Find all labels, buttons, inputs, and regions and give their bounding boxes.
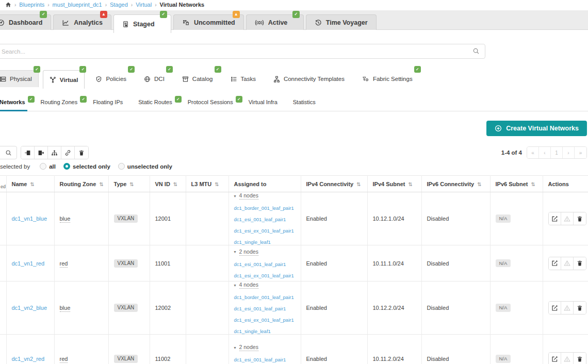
sort-icon[interactable]: ⇅ bbox=[215, 181, 219, 187]
vn-link[interactable]: dc1_vn2_red bbox=[12, 356, 45, 362]
node-link[interactable]: dc1_single_leaf1 bbox=[234, 239, 296, 245]
last-page-button[interactable]: » bbox=[575, 147, 586, 158]
tab-protocol-sessions[interactable]: Protocol Sessions ✓ bbox=[188, 96, 235, 111]
breadcrumb-link-staged[interactable]: Staged bbox=[110, 2, 128, 8]
breadcrumb-link-blueprint[interactable]: must_blueprint_dc1 bbox=[53, 2, 102, 8]
edit-button[interactable] bbox=[549, 353, 561, 364]
caret-down-icon: ▾ bbox=[234, 345, 236, 350]
sort-icon[interactable]: ⇅ bbox=[173, 181, 177, 187]
delete-button[interactable] bbox=[574, 212, 586, 225]
sort-icon[interactable]: ⇅ bbox=[356, 181, 361, 187]
node-link[interactable]: dc1_esi_001_leaf_pair1 bbox=[234, 306, 296, 311]
create-virtual-networks-button[interactable]: Create Virtual Networks bbox=[486, 121, 587, 136]
sort-icon[interactable]: ⇅ bbox=[129, 181, 134, 187]
node-link[interactable]: dc1_border_001_leaf_pair1 bbox=[234, 205, 296, 211]
radio-circle[interactable] bbox=[40, 163, 46, 170]
sort-icon[interactable]: ⇅ bbox=[99, 181, 103, 187]
delete-button[interactable] bbox=[75, 146, 88, 159]
radio-unselected-only[interactable]: unselected only bbox=[118, 163, 172, 170]
radio-circle-checked[interactable] bbox=[63, 163, 70, 170]
edit-button[interactable] bbox=[549, 302, 561, 314]
import-button[interactable] bbox=[21, 146, 35, 159]
tab-virtual[interactable]: Virtual ✓ bbox=[43, 70, 85, 89]
tab-connectivity-templates[interactable]: Connectivity Templates bbox=[267, 70, 351, 87]
column-header-ipv4-subnet[interactable]: IPv4 Subnet⇅ bbox=[367, 176, 421, 192]
url-button[interactable] bbox=[61, 146, 75, 159]
node-link[interactable]: dc1_esi_001_leaf_pair1 bbox=[234, 261, 296, 267]
column-header-type[interactable]: Type⇅ bbox=[108, 176, 150, 192]
radio-selected-only[interactable]: selected only bbox=[63, 163, 110, 170]
ipv4-connectivity-cell: Enabled bbox=[301, 282, 367, 335]
node-link[interactable]: dc1_esi_001_leaf_pair1 bbox=[234, 217, 296, 222]
tab-tasks[interactable]: Tasks bbox=[224, 70, 263, 87]
first-page-button[interactable]: « bbox=[527, 147, 539, 158]
prev-page-button[interactable]: ‹ bbox=[539, 147, 551, 158]
alert-button[interactable] bbox=[561, 257, 574, 270]
edit-button[interactable] bbox=[549, 257, 561, 270]
column-header-l3-mtu[interactable]: L3 MTU⇅ bbox=[186, 176, 228, 192]
tab-dci[interactable]: DCI ✓ bbox=[137, 70, 171, 87]
tab-routing-zones[interactable]: Routing Zones ✓ bbox=[41, 96, 80, 111]
tab-active[interactable]: Active ✓ bbox=[246, 14, 304, 30]
tab-time-voyager[interactable]: Time Voyager bbox=[306, 14, 377, 30]
alert-button[interactable] bbox=[561, 302, 574, 314]
vn-link[interactable]: dc1_vn1_red bbox=[12, 260, 45, 267]
tab-analytics[interactable]: Analytics ▲ bbox=[53, 14, 111, 30]
tab-virtual-networks[interactable]: Virtual Networks ✓ bbox=[0, 96, 27, 111]
column-header-routing-zone[interactable]: Routing Zone⇅ bbox=[54, 176, 108, 192]
radio-circle[interactable] bbox=[118, 163, 125, 170]
tab-static-routes[interactable]: Static Routes ✓ bbox=[138, 96, 174, 111]
tab-dashboard[interactable]: Dashboard ✓ bbox=[0, 14, 51, 30]
tab-physical[interactable]: Physical ✓ bbox=[0, 70, 39, 87]
node-link[interactable]: dc1_border_001_leaf_pair1 bbox=[234, 294, 296, 300]
sort-icon[interactable]: ⇅ bbox=[30, 181, 34, 187]
sort-icon[interactable]: ⇅ bbox=[477, 181, 481, 187]
alert-button[interactable] bbox=[561, 212, 574, 225]
sort-icon[interactable]: ⇅ bbox=[531, 181, 535, 187]
search-input[interactable] bbox=[0, 44, 485, 59]
ipv4-connectivity-cell: Enabled bbox=[301, 245, 367, 282]
alert-button[interactable] bbox=[561, 353, 574, 364]
sort-icon[interactable]: ⇅ bbox=[408, 181, 412, 187]
nodes-expander[interactable]: ▾ 4 nodes bbox=[234, 192, 296, 200]
export-button[interactable] bbox=[35, 146, 48, 159]
tab-staged[interactable]: Staged ✓ bbox=[113, 14, 171, 33]
vn-link[interactable]: dc1_vn2_blue bbox=[12, 305, 47, 311]
node-link[interactable]: dc1_esi_ex_001_leaf_pair1 bbox=[234, 317, 296, 323]
delete-button[interactable] bbox=[574, 353, 586, 364]
column-header-ipv6-subnet[interactable]: IPv6 Subnet⇅ bbox=[490, 176, 543, 192]
tab-policies[interactable]: Policies ✓ bbox=[89, 70, 133, 87]
tab-floating-ips[interactable]: Floating IPs bbox=[93, 96, 125, 111]
tab-statistics[interactable]: Statistics bbox=[293, 96, 318, 111]
node-link[interactable]: dc1_esi_ex_001_leaf_pair1 bbox=[234, 228, 296, 234]
table-search-button[interactable] bbox=[0, 146, 17, 159]
column-header-ipv4-connectivity[interactable]: IPv4 Connectivity⇅ bbox=[301, 176, 367, 192]
delete-button[interactable] bbox=[574, 302, 586, 314]
tab-fabric-settings[interactable]: Fabric Settings ✓ bbox=[355, 70, 419, 87]
radio-all[interactable]: all bbox=[40, 163, 56, 170]
nodes-expander[interactable]: ▾ 2 nodes bbox=[234, 249, 296, 256]
home-icon[interactable] bbox=[5, 2, 11, 8]
edit-button[interactable] bbox=[549, 212, 561, 225]
tab-catalog[interactable]: Catalog ✓ bbox=[175, 70, 220, 87]
assigned-to-cell: ▾ 2 nodes dc1_esi_001_leaf_pair1 dc1_esi… bbox=[228, 245, 301, 282]
breadcrumb-link-blueprints[interactable]: Blueprints bbox=[19, 2, 44, 8]
tab-virtual-infra[interactable]: Virtual Infra bbox=[249, 96, 280, 111]
node-link[interactable]: dc1_esi_ex_001_leaf_pair1 bbox=[234, 273, 296, 278]
nodes-expander[interactable]: ▾ 2 nodes bbox=[234, 344, 296, 351]
node-link[interactable]: dc1_single_leaf1 bbox=[234, 328, 296, 334]
vn-link[interactable]: dc1_vn1_blue bbox=[12, 216, 47, 222]
tab-uncommitted[interactable]: Uncommitted ▲ bbox=[173, 14, 244, 30]
delete-button[interactable] bbox=[574, 257, 586, 270]
assign-button[interactable] bbox=[48, 146, 61, 159]
nodes-expander[interactable]: ▾ 4 nodes bbox=[234, 282, 296, 289]
page-number-button[interactable]: 1 bbox=[551, 147, 563, 158]
breadcrumb-link-virtual[interactable]: Virtual bbox=[136, 2, 152, 8]
ipv6-subnet-cell: N/A bbox=[490, 335, 543, 364]
column-header-ipv6-connectivity[interactable]: IPv6 Connectivity⇅ bbox=[421, 176, 490, 192]
next-page-button[interactable]: › bbox=[563, 147, 575, 158]
caret-down-icon: ▾ bbox=[234, 250, 236, 254]
column-header-name[interactable]: Name⇅ bbox=[6, 176, 54, 192]
column-header-vn-id[interactable]: VN ID⇅ bbox=[150, 176, 186, 192]
node-link[interactable]: dc1_esi_001_leaf_pair1 bbox=[234, 357, 296, 362]
